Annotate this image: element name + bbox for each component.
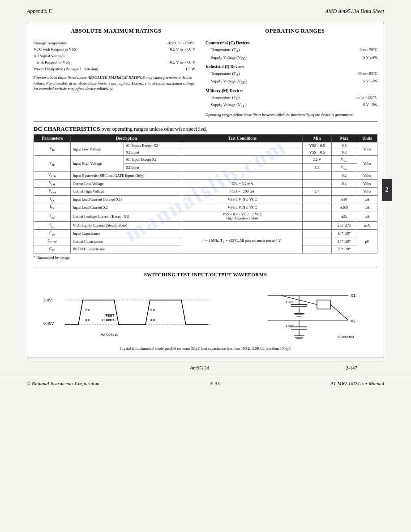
param-cio: CIO bbox=[34, 245, 71, 253]
waveform-left: 2.4V 0.45V 2.0 2.0 0 bbox=[43, 284, 238, 343]
table-row: VITH Input Hysteresis (SRC and GATE Inpu… bbox=[34, 172, 377, 180]
bottom-right: AT-MIO-16D User Manual bbox=[330, 381, 384, 386]
param-iix: IIX bbox=[34, 195, 71, 203]
svg-text:X1: X1 bbox=[351, 293, 355, 298]
table-row: VOL Output Low Voltage IOL = 3.2 mA 0.4 … bbox=[34, 180, 377, 188]
dc-char-title: DC CHARACTERISTICS over operating ranges… bbox=[34, 125, 377, 133]
abs-max-col: Storage Temperature –65°C to +150°C VCC … bbox=[34, 40, 195, 118]
col-header-cond: Test Conditions bbox=[182, 135, 303, 142]
bottom-left: © National Instruments Corporation bbox=[27, 381, 99, 386]
col-header-min: Min bbox=[303, 135, 331, 142]
param-vith: VITH bbox=[34, 172, 71, 180]
op-ranges-col: Commercial (C) Devices Temperature (TA) … bbox=[206, 40, 377, 118]
param-vol: VOL bbox=[34, 180, 71, 188]
svg-text:WF004810: WF004810 bbox=[101, 333, 119, 337]
param-vil: VIL bbox=[34, 142, 71, 156]
commercial-group: Commercial (C) Devices Temperature (TA) … bbox=[206, 40, 377, 61]
item5-value: 1.5 W bbox=[185, 66, 195, 72]
col-header-max: Max bbox=[331, 135, 357, 142]
two-col-header: ABSOLUTE MAXIMUM RATINGS OPERATING RANGE… bbox=[34, 28, 377, 36]
col-header-params: Parameters bbox=[34, 135, 71, 142]
abs-max-item-5: Power Dissipation (Package Limitation) 1… bbox=[34, 66, 195, 72]
item4-label: with Respect to VSS bbox=[34, 59, 70, 65]
abs-max-item-1: Storage Temperature –65°C to +150°C bbox=[34, 40, 195, 46]
table-row: IOZ Output Leakage Current (Except X1) V… bbox=[34, 211, 377, 221]
dc-char-bold: DC CHARACTERISTICS bbox=[34, 125, 100, 132]
svg-text:18pF: 18pF bbox=[286, 300, 294, 304]
dc-table: Parameters Description Test Conditions M… bbox=[34, 134, 377, 253]
page: Appendix E AMD Am9513A Data Sheet manual… bbox=[0, 0, 411, 532]
param-icc: ICC bbox=[34, 221, 71, 229]
page-header: Appendix E AMD Am9513A Data Sheet bbox=[0, 0, 411, 18]
item2-value: –0.5 V to +7.0 V bbox=[168, 46, 195, 52]
table-row: VIH Input High Voltage All Input Except … bbox=[34, 156, 377, 164]
commercial-title: Commercial (C) Devices bbox=[206, 40, 377, 47]
table-row: VIL Input Low Voltage All Inputs Except … bbox=[34, 142, 377, 149]
abs-max-title: ABSOLUTE MAXIMUM RATINGS bbox=[34, 28, 199, 34]
abs-max-item-4: with Respect to VSS –0.5 V to +7.0 V bbox=[34, 59, 195, 65]
table-row: ICC VCC Supply Current (Steady State) 25… bbox=[34, 221, 377, 229]
header-right: AMD Am9513A Data Sheet bbox=[325, 8, 384, 15]
item1-value: –65°C to +150°C bbox=[167, 40, 195, 46]
svg-text:18pF: 18pF bbox=[286, 324, 294, 328]
param-voh: VOH bbox=[34, 187, 71, 195]
industrial-row-1: Temperature (TA) –40 to +85°C bbox=[206, 70, 377, 78]
bottom-center: E-33 bbox=[210, 381, 219, 386]
svg-text:0.45V: 0.45V bbox=[43, 321, 54, 326]
col-header-desc: Description bbox=[71, 135, 182, 142]
param-cout: COUT bbox=[34, 237, 71, 245]
item2-label: VCC with Respect to VSS bbox=[34, 46, 76, 52]
bottom-footer: © National Instruments Corporation E-33 … bbox=[0, 376, 411, 390]
param-cin: CIN bbox=[34, 229, 71, 237]
op-ranges-title: OPERATING RANGES bbox=[212, 28, 377, 34]
military-row-2: Supply Voltage (VCC) 5 V ±5% bbox=[206, 102, 377, 109]
svg-rect-21 bbox=[317, 300, 330, 309]
industrial-title: Industrial (I) Devices bbox=[206, 64, 377, 70]
svg-text:2.0: 2.0 bbox=[150, 308, 155, 312]
footer-center-left: Am9513A bbox=[190, 365, 209, 370]
commercial-row-1: Temperature (TA) 0 to +70°C bbox=[206, 47, 377, 54]
guaranteed-note: * Guaranteed by design. bbox=[34, 255, 377, 260]
table-row: CIN Input Capacitance f = 1 MHz, TA = +2… bbox=[34, 229, 377, 237]
waveform-right: X1 18pF bbox=[254, 284, 368, 343]
op-ranges-note: Operating ranges define those limits bet… bbox=[206, 112, 377, 118]
table-row: VOH Output High Voltage IOH = –200 μA 2.… bbox=[34, 187, 377, 195]
military-row-1: Temperature (TC) –55 to +125°C bbox=[206, 94, 377, 102]
item4-value: –0.5 V to +7.0 V bbox=[168, 59, 195, 65]
param-iix2: IIX bbox=[34, 203, 71, 211]
doc-box: manualslib.com ABSOLUTE MAXIMUM RATINGS … bbox=[27, 23, 384, 357]
divider bbox=[34, 121, 377, 122]
circuit-svg: X1 18pF bbox=[254, 284, 366, 343]
svg-text:0.8: 0.8 bbox=[85, 318, 90, 322]
side-tab: 2 bbox=[382, 179, 392, 201]
svg-text:2.4V: 2.4V bbox=[43, 298, 52, 302]
crystal-note: Crystal is fundamental mode parallel res… bbox=[34, 346, 377, 351]
param-vih: VIH bbox=[34, 156, 71, 172]
item1-label: Storage Temperature bbox=[34, 40, 67, 46]
dc-char-normal: over operating ranges unless otherwise s… bbox=[100, 126, 207, 132]
svg-line-23 bbox=[330, 305, 348, 320]
svg-text:2.0: 2.0 bbox=[85, 308, 90, 312]
waveform-area: 2.4V 0.45V 2.0 2.0 0 bbox=[34, 284, 377, 343]
military-title: Military (M) Devices bbox=[206, 88, 377, 94]
header-left: Appendix E bbox=[27, 8, 52, 15]
footer-bar: Am9513A 2-147 bbox=[27, 361, 384, 374]
svg-text:X2: X2 bbox=[351, 319, 355, 323]
table-row: IIX Input Load Current (Except X2) VSS ≤… bbox=[34, 195, 377, 203]
svg-text:TEST: TEST bbox=[105, 313, 115, 317]
two-col-body: Storage Temperature –65°C to +150°C VCC … bbox=[34, 40, 377, 118]
industrial-row-2: Supply Voltage (VCC) 5 V ±5% bbox=[206, 78, 377, 86]
waveform-section: SWITCHING TEST INPUT/OUTPUT WAVEFORMS 2.… bbox=[34, 267, 377, 351]
footer-center-right: 2-147 bbox=[346, 365, 357, 370]
main-content: manualslib.com ABSOLUTE MAXIMUM RATINGS … bbox=[0, 23, 411, 374]
military-group: Military (M) Devices Temperature (TC) –5… bbox=[206, 88, 377, 109]
item3-label: All Signal Voltages bbox=[34, 54, 65, 58]
op-ranges-header: OPERATING RANGES bbox=[212, 28, 377, 36]
svg-text:POINTS: POINTS bbox=[102, 318, 116, 322]
svg-text:TC002000: TC002000 bbox=[337, 335, 354, 339]
param-ioz: IOZ bbox=[34, 211, 71, 221]
abs-max-header: ABSOLUTE MAXIMUM RATINGS bbox=[34, 28, 199, 36]
industrial-group: Industrial (I) Devices Temperature (TA) … bbox=[206, 64, 377, 85]
abs-max-item-3: All Signal Voltages bbox=[34, 53, 195, 59]
svg-text:0.8: 0.8 bbox=[150, 318, 155, 322]
